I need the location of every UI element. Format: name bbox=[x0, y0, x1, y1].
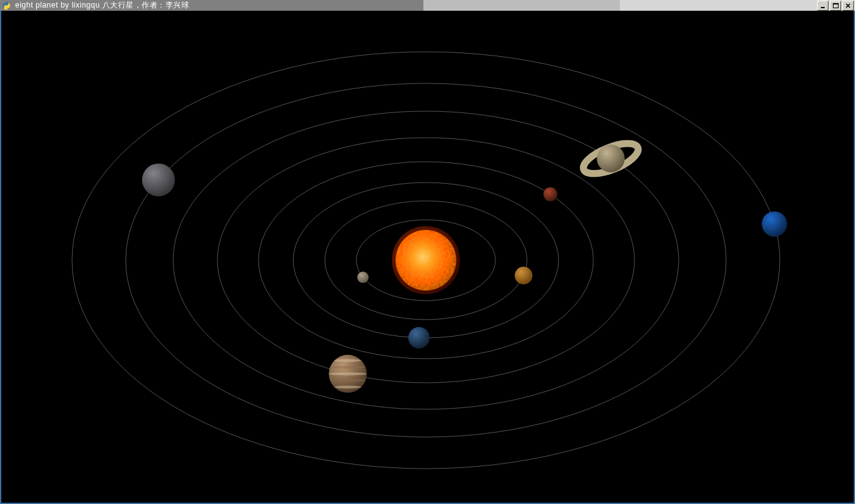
sun-body bbox=[396, 230, 456, 291]
python-icon bbox=[1, 1, 11, 11]
window-title: eight planet by lixingqu 八大行星，作者：李兴球 bbox=[13, 0, 191, 11]
planet-neptune bbox=[761, 212, 787, 237]
planet-mars bbox=[543, 188, 557, 201]
sun bbox=[392, 226, 460, 294]
svg-rect-0 bbox=[821, 7, 825, 8]
close-button[interactable] bbox=[842, 1, 854, 11]
svg-point-6 bbox=[357, 272, 368, 283]
planet-saturn bbox=[579, 137, 642, 179]
maximize-button[interactable] bbox=[830, 1, 841, 11]
svg-point-9 bbox=[543, 188, 557, 201]
simulation-canvas[interactable] bbox=[1, 11, 854, 503]
svg-point-7 bbox=[515, 267, 533, 284]
svg-point-17 bbox=[142, 164, 175, 196]
svg-point-11 bbox=[334, 359, 361, 362]
svg-point-18 bbox=[761, 212, 787, 237]
planet-jupiter bbox=[329, 355, 367, 393]
svg-point-8 bbox=[408, 327, 430, 349]
svg-point-13 bbox=[329, 372, 367, 375]
svg-point-12 bbox=[330, 366, 365, 369]
solar-system-scene bbox=[1, 11, 854, 503]
title-bar[interactable]: eight planet by lixingqu 八大行星，作者：李兴球 bbox=[0, 0, 855, 11]
planet-venus bbox=[515, 267, 533, 284]
svg-point-16 bbox=[597, 145, 625, 172]
client-area bbox=[1, 11, 854, 503]
planet-uranus bbox=[142, 164, 175, 196]
window-buttons bbox=[816, 1, 855, 11]
planets-layer bbox=[142, 137, 787, 392]
svg-point-14 bbox=[330, 379, 365, 382]
planet-earth bbox=[408, 327, 430, 349]
svg-point-15 bbox=[334, 385, 361, 388]
svg-rect-2 bbox=[833, 3, 839, 4]
minimize-button[interactable] bbox=[817, 1, 828, 11]
planet-mercury bbox=[357, 272, 368, 283]
